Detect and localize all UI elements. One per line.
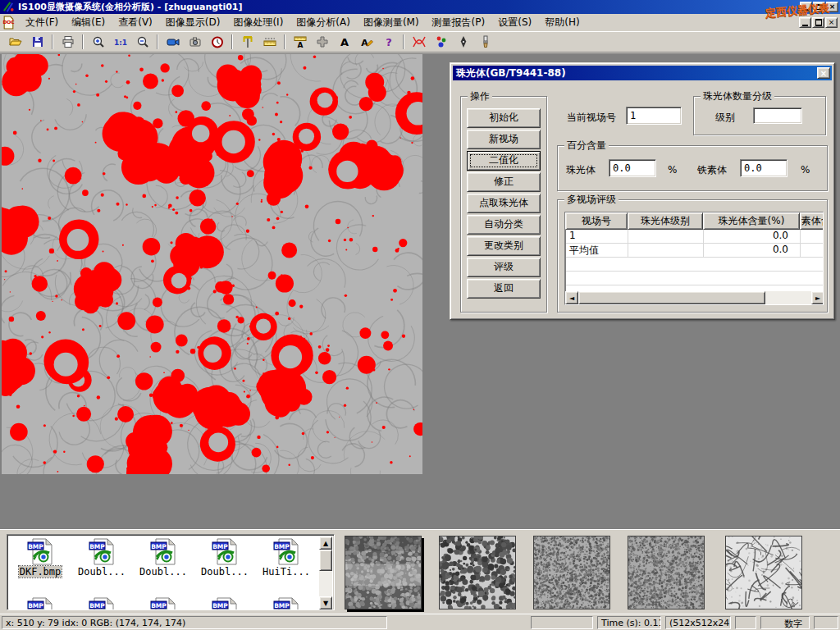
cell-ferrite (801, 230, 824, 243)
menu-edit[interactable]: 编辑(E) (65, 14, 112, 31)
multi-field-group-label: 多视场评级 (564, 193, 619, 207)
auto-classify-button[interactable]: 自动分类 (467, 215, 541, 235)
new-field-button[interactable]: 新视场 (467, 130, 541, 149)
file-item[interactable]: Doubl... (195, 538, 254, 578)
bmp-file-icon (273, 538, 300, 565)
scroll-down-icon[interactable]: ▼ (319, 596, 332, 609)
mdi-close-button[interactable]: × (825, 17, 838, 28)
help-icon[interactable]: ? (378, 33, 399, 51)
ferrite-percent-sign: % (801, 164, 810, 176)
scroll-up-icon[interactable]: ▲ (319, 536, 332, 550)
table-hscrollbar[interactable]: ◄ ► (565, 291, 824, 304)
camera-capture-icon[interactable] (185, 33, 205, 51)
init-button[interactable]: 初始化 (467, 108, 541, 128)
file-item[interactable]: DKF.bmp (11, 538, 70, 578)
menu-measure-report[interactable]: 测量报告(P) (426, 14, 492, 31)
thumbnail-3[interactable] (533, 536, 610, 609)
video-capture-icon[interactable] (162, 33, 183, 51)
table-row[interactable]: 1 0.0 (566, 230, 823, 244)
dialog-close-icon[interactable]: × (817, 67, 830, 79)
menu-settings[interactable]: 设置(S) (491, 14, 538, 31)
header-ferrite-content[interactable]: 铁素体含量(%) (800, 212, 824, 230)
thumbnail-4[interactable] (628, 536, 705, 609)
header-pearlite-grade[interactable]: 珠光体级别 (628, 212, 703, 230)
menu-view[interactable]: 查看(V) (112, 14, 159, 31)
ferrite-percent-input[interactable] (740, 159, 788, 177)
file-item[interactable] (134, 597, 193, 609)
current-field-input[interactable] (626, 107, 682, 125)
file-name: DKF.bmp (19, 566, 62, 578)
status-empty-panel (814, 616, 838, 629)
thumbnail-1[interactable] (345, 536, 422, 609)
bmp-file-icon (89, 538, 116, 565)
menu-image-display[interactable]: 图像显示(D) (159, 14, 227, 31)
change-class-button[interactable]: 更改类别 (467, 236, 541, 256)
menu-image-analysis[interactable]: 图像分析(A) (290, 14, 357, 31)
toolbar-separator (231, 34, 233, 49)
svg-text:A: A (361, 38, 368, 48)
thumbnail-2[interactable] (439, 536, 516, 609)
dialog-title-bar[interactable]: 珠光体(GB/T9441-88) × (453, 66, 832, 80)
menu-bar: DOC 文件(F) 编辑(E) 查看(V) 图像显示(D) 图像处理(I) 图像… (0, 14, 840, 31)
toolbar-separator (82, 34, 84, 49)
correct-button[interactable]: 修正 (467, 172, 541, 192)
percent-group-label: 百分含量 (564, 139, 609, 153)
pick-pen-icon[interactable] (453, 33, 473, 51)
menu-help[interactable]: 帮助(H) (538, 14, 586, 31)
rate-button[interactable]: 评级 (467, 258, 541, 277)
binarize-button[interactable]: 二值化 (467, 151, 541, 171)
pearlite-percent-input[interactable] (609, 159, 656, 177)
file-item[interactable] (72, 597, 131, 609)
print-icon[interactable] (57, 33, 78, 51)
actual-size-icon[interactable]: 1:1 (110, 33, 130, 51)
cell-grade (628, 230, 704, 243)
hscroll-thumb[interactable] (578, 291, 765, 304)
grade-input[interactable] (753, 107, 802, 124)
zoom-out-icon[interactable] (132, 33, 153, 51)
paint-brush-icon[interactable] (475, 33, 495, 51)
file-item[interactable] (257, 597, 316, 609)
menu-file[interactable]: 文件(F) (19, 14, 65, 31)
file-item[interactable]: Doubl... (134, 538, 193, 578)
scroll-right-icon[interactable]: ► (811, 291, 824, 304)
cell-field-no: 1 (566, 230, 628, 243)
header-pearlite-content[interactable]: 珠光体含量(%) (703, 212, 800, 230)
svg-text:1:1: 1:1 (114, 39, 127, 47)
header-field-no[interactable]: 视场号 (565, 212, 628, 230)
table-row[interactable]: 平均值 0.0 (566, 244, 823, 258)
file-name: Doubl... (200, 566, 249, 578)
scroll-left-icon[interactable]: ◄ (565, 291, 578, 304)
toolbar-separator (284, 34, 285, 49)
file-vscrollbar[interactable]: ▲ ▼ (319, 536, 332, 609)
merge-grid-icon[interactable] (312, 33, 332, 51)
caliper-icon[interactable] (237, 33, 258, 51)
menu-image-measure[interactable]: 图像测量(M) (357, 14, 426, 31)
open-file-icon[interactable] (5, 33, 25, 51)
mdi-minimize-button[interactable] (799, 17, 811, 28)
measure-annotate-icon[interactable]: A (290, 33, 310, 51)
mdi-restore-button[interactable] (812, 17, 824, 28)
file-item[interactable]: HuiTi... (257, 538, 316, 578)
ruler-icon[interactable] (259, 33, 280, 51)
file-item[interactable] (11, 597, 70, 609)
zoom-in-icon[interactable] (88, 33, 108, 51)
return-button[interactable]: 返回 (467, 279, 541, 299)
metallograph-image[interactable] (2, 54, 422, 474)
timer-icon[interactable] (207, 33, 227, 51)
save-icon[interactable] (27, 33, 48, 51)
thumbnail-5[interactable] (725, 536, 802, 609)
cell-ferrite (801, 244, 824, 257)
cell-field-no: 平均值 (566, 244, 628, 257)
menu-image-processing[interactable]: 图像处理(I) (226, 14, 290, 31)
pick-pearlite-button[interactable]: 点取珠光体 (467, 194, 541, 213)
classify-particles-icon[interactable] (431, 33, 451, 51)
calibration-curve-icon[interactable] (409, 33, 429, 51)
title-bar: IS100显微摄像系统(金相分析版) - [zhuguangti01] × (0, 0, 840, 14)
file-item[interactable] (195, 597, 254, 609)
insert-text-icon[interactable]: A (334, 33, 354, 51)
vscroll-thumb[interactable] (319, 550, 332, 571)
pearlite-dialog: 珠光体(GB/T9441-88) × 操作 初始化 新视场 二值化 修正 点取珠… (450, 62, 835, 320)
file-item[interactable]: Doubl... (72, 538, 131, 578)
toolbar-separator (52, 34, 53, 49)
edit-text-icon[interactable]: A (356, 33, 377, 51)
